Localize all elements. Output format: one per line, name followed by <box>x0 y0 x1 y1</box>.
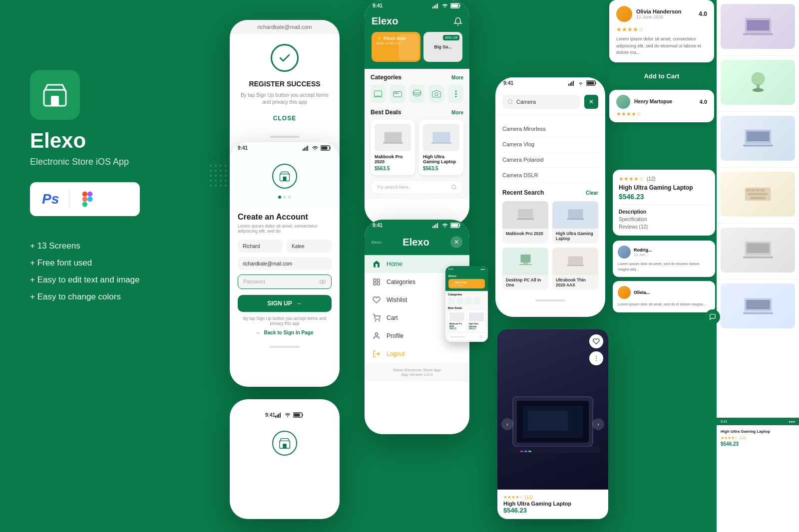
splash-content <box>272 421 297 460</box>
discount-badge: 45% Off <box>443 35 459 40</box>
top-right-panel: Olivia Handerson 12 June 2020 4.0 ★★★★☆ … <box>609 0 714 122</box>
mini-br-price: $546.23 <box>721 441 795 447</box>
password-input[interactable]: Password <box>238 274 332 289</box>
mini-status: 9:41 ●●● <box>445 266 488 272</box>
clear-button[interactable]: Clear <box>586 190 598 196</box>
cat-camera[interactable] <box>428 85 444 103</box>
prev-arrow[interactable]: ‹ <box>501 418 513 430</box>
categories-section-header: Categories More <box>371 74 463 81</box>
svg-rect-72 <box>520 255 530 263</box>
svg-rect-66 <box>587 82 594 85</box>
list-item-6[interactable] <box>717 279 799 335</box>
cat-keyboard[interactable] <box>390 85 405 103</box>
flash-sale-card[interactable]: ⚡ Flash Sale End in 45 min <box>372 32 420 62</box>
email-bar: richardkale@mail.com <box>230 20 340 34</box>
cat-laptop[interactable] <box>371 85 386 103</box>
deal-card-1[interactable]: Makbook Pro 2020 $563.5 <box>371 120 415 175</box>
olivia-info: Olivia... <box>634 290 650 295</box>
svg-rect-91 <box>748 193 768 196</box>
svg-point-82 <box>752 88 764 92</box>
home-indicator-search <box>495 296 605 305</box>
recent-item-3[interactable]: Desktop PC All In One <box>502 248 548 290</box>
status-icons-search <box>568 80 597 86</box>
list-item-5[interactable] <box>717 224 799 279</box>
signup-button[interactable]: SIGN UP → <box>238 295 332 312</box>
mini-deal-name-2: High Ultra Gaming <box>469 322 484 327</box>
menu-header: Elexo Elexo ✕ <box>365 231 469 255</box>
first-name-input[interactable]: Richard <box>238 240 283 253</box>
product-rating-row: ★★★★☆ (12) <box>619 176 709 182</box>
list-img-5 <box>721 228 795 272</box>
recent-item-4[interactable]: Ultrabook Thin 2020 AAX <box>552 248 598 290</box>
product-review-count: (12) <box>647 176 656 182</box>
categories-row <box>371 85 463 103</box>
keyboard-icon <box>393 89 402 98</box>
notification-icon[interactable] <box>453 17 462 26</box>
list-item-1[interactable] <box>717 0 799 56</box>
deal-card-2[interactable]: High Ultra Gaming Laptop $563.5 <box>419 120 463 175</box>
categories-more[interactable]: More <box>451 75 463 80</box>
suggestion-2[interactable]: Camera Vlog <box>502 137 598 152</box>
laptop-info-overlay: ★★★★☆ (12) High Ultra Gaming Laptop $546… <box>497 490 608 519</box>
big-sale-label: Big Sa... <box>434 44 452 49</box>
svg-rect-8 <box>304 148 305 151</box>
reviewer-1-avatar <box>616 6 632 22</box>
svg-rect-68 <box>518 209 533 219</box>
recent-gaming-icon <box>567 209 584 221</box>
svg-point-39 <box>455 93 456 94</box>
list-item-3[interactable] <box>717 112 799 168</box>
suggestion-3[interactable]: Camera Polaroid <box>502 152 598 168</box>
recent-label-3: Desktop PC All In One <box>502 275 548 290</box>
cat-more[interactable] <box>448 85 463 103</box>
menu-item-logout[interactable]: Logout <box>365 345 469 363</box>
review-card-1: Olivia Handerson 12 June 2020 4.0 ★★★★☆ … <box>609 0 714 62</box>
description-tab[interactable]: Description <box>619 209 709 215</box>
more-options-button[interactable] <box>589 351 603 365</box>
specification-tab[interactable]: Specification <box>619 217 709 222</box>
ps-badge: Ps <box>42 191 59 207</box>
big-sale-card[interactable]: Big Sa... 45% Off <box>423 32 462 62</box>
suggestion-1[interactable]: Camera Mirorless <box>502 121 598 137</box>
laptop-img-2 <box>431 130 451 145</box>
search-close-button[interactable]: ✕ <box>584 95 598 109</box>
recent-img-4 <box>552 248 598 275</box>
reviewer-1-rating: 4.0 <box>699 10 707 17</box>
svg-rect-41 <box>384 132 401 142</box>
svg-rect-79 <box>743 33 773 35</box>
suggestion-4[interactable]: Camera DSLR <box>502 168 598 183</box>
wishlist-button[interactable] <box>589 334 603 348</box>
menu-home-label: Home <box>387 261 402 267</box>
reviews-tab[interactable]: Reviews (12) <box>619 224 709 230</box>
recent-label-1: Makbook Pro 2020 <box>502 229 548 239</box>
rodrigo-info: Rodrig... 12 Jun... <box>634 248 652 257</box>
cat-storage[interactable] <box>409 85 425 103</box>
search-bar[interactable]: Try search here.. <box>371 180 463 194</box>
menu-close-button[interactable]: ✕ <box>450 236 462 248</box>
list-item-2[interactable] <box>717 56 799 112</box>
svg-rect-3 <box>82 197 87 202</box>
splash-store-icon <box>272 431 297 456</box>
list-item-4[interactable] <box>717 168 799 224</box>
recent-img-3 <box>502 248 548 275</box>
mini-deals: Makbook Pro 2020 $563.5 High Ultra Gamin… <box>448 311 485 331</box>
close-button[interactable]: CLOSE <box>239 115 331 122</box>
add-to-cart-button[interactable]: Add to Cart <box>609 66 714 86</box>
mini-deal-2: High Ultra Gaming $563.5 <box>467 311 485 331</box>
last-name-input[interactable]: Kalee <box>287 240 332 253</box>
laptop-icon <box>374 89 383 98</box>
best-deals-more[interactable]: More <box>451 110 463 115</box>
next-arrow[interactable]: › <box>592 418 604 430</box>
mini-deal-1: Makbook Pro 2020 $563.5 <box>448 311 466 331</box>
svg-rect-71 <box>567 219 584 220</box>
laptop-img-1 <box>383 130 403 145</box>
status-icons <box>303 145 332 151</box>
name-row: Richard Kalee <box>238 240 332 253</box>
high-ultra-price: $546.23 <box>619 193 709 201</box>
store-svg-icon <box>40 80 70 110</box>
recent-item-2[interactable]: High Ultra Gaming Laptop <box>552 201 598 244</box>
search-input-field[interactable]: Camera <box>502 95 580 109</box>
recent-item-1[interactable]: Makbook Pro 2020 <box>502 201 548 244</box>
email-input[interactable]: richardkale@mail.com <box>238 257 332 270</box>
back-to-signin-link[interactable]: ← Back to Sign In Page <box>238 330 332 335</box>
reviewer-1-text: Lorem ipsum dolor sit amet, consectetur … <box>616 36 707 56</box>
